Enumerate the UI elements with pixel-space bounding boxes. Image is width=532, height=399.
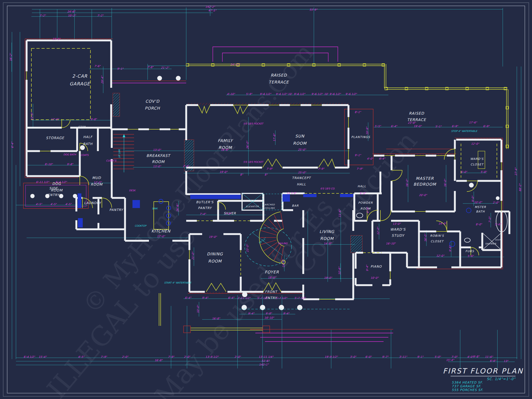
room-label-laundry: LAUNDRY xyxy=(84,201,102,205)
dim-label: 18'-0" xyxy=(268,276,276,279)
dim-label: 16'-0" xyxy=(444,179,447,187)
cabinet xyxy=(132,200,140,208)
note-label: STOP 4" WATERTABLE xyxy=(451,130,477,132)
dim-label: 5'-8" xyxy=(480,171,487,173)
room-label-living-room: LIVING xyxy=(319,229,335,234)
dim-label: 12'-0" xyxy=(94,181,102,184)
dim-label: 3'-11" xyxy=(399,355,407,358)
room-label-foyer: FOYER xyxy=(265,270,279,275)
cabinet xyxy=(303,194,317,197)
column-or-fixture xyxy=(496,196,500,200)
dim-label: 9'-4" xyxy=(202,296,209,299)
stat-garage-sf: 737 GARAGE SF. xyxy=(452,384,481,388)
dim-label: 9'-6 1/2" xyxy=(311,93,323,95)
dim-label: 6'-9" xyxy=(483,125,490,128)
dim-label: 18'-8" xyxy=(221,148,229,151)
dim-label: 6'-4" xyxy=(391,125,397,128)
dim-label: 9'-6 1/2" xyxy=(294,93,306,95)
note-label: COATS xyxy=(81,154,89,156)
room-label-piano: PIANO xyxy=(371,265,382,268)
dim-label: 5'-1" xyxy=(435,125,442,128)
dim-label: 9'-4" xyxy=(366,265,369,271)
room-label-wards-closet: WARD'S xyxy=(470,157,484,161)
dim-label: 9'-7" xyxy=(382,355,389,358)
dim-label: 9'-4" xyxy=(248,312,255,315)
room-label-wards-study: STUDY xyxy=(392,234,405,238)
dim-label: 4'-0" xyxy=(367,157,373,160)
garage-pier xyxy=(113,93,120,117)
room-label-elevator: ELEVATOR xyxy=(246,205,259,208)
dim-label: 7'-4" xyxy=(225,212,232,215)
dim-label: 19'-0" xyxy=(414,125,422,128)
room-label-raised-terrace-right: RAISED xyxy=(409,111,424,115)
stat-porches-sf: 555 PORCHES SF. xyxy=(452,388,483,392)
dim-label: 6'-4" xyxy=(228,296,235,299)
note-label: DOG BATH xyxy=(63,153,76,156)
cabinet xyxy=(78,218,83,227)
dim-label: 17'-0" xyxy=(157,235,165,238)
room-label-kitchen: KITCHEN xyxy=(151,229,171,234)
dim-label: 10'-6" xyxy=(338,267,341,275)
dim-label: 25'-0" xyxy=(298,148,306,151)
dim-label: 47'-5" xyxy=(208,9,217,12)
cabinet xyxy=(282,194,290,202)
dim-label: 8'-0" xyxy=(366,207,369,213)
note-label: UP 18R xyxy=(118,149,121,158)
dim-label: 23'-0" xyxy=(246,244,249,252)
room-label-arched-ceiling: CEILING xyxy=(265,207,275,209)
room-label-shower: SHOWER xyxy=(485,243,496,245)
dim-label: 8'-1" xyxy=(355,111,361,114)
column-or-fixture xyxy=(59,194,63,198)
dim-label: 88'-2" xyxy=(519,183,522,192)
room-label-half-bath: HALF xyxy=(83,135,93,139)
column-or-fixture xyxy=(242,305,247,310)
dim-label: 7'-6" xyxy=(94,65,101,68)
dim-label: 6'-6" xyxy=(490,359,496,362)
room-label-breakfast-room: ROOM xyxy=(152,160,165,164)
dim-label: 6'-4" xyxy=(11,142,14,148)
dim-label: 8" xyxy=(240,173,243,176)
dim-label: 13'-11 1/4" xyxy=(259,355,274,358)
dim-label: 2'-0" xyxy=(183,165,189,168)
dim-label: 2'-0" xyxy=(234,355,241,358)
cabinet xyxy=(340,194,353,197)
room-label-butlers-pantry: PANTRY xyxy=(198,206,212,210)
note-label: 6'0 18'0 CO. xyxy=(320,187,335,190)
dim-label: 10'-0" xyxy=(197,305,200,313)
dim-label: 7'-8" xyxy=(147,66,154,69)
dim-label: 16'-0" xyxy=(424,234,427,242)
dim-label: 4'-5" xyxy=(78,355,85,358)
room-label-storage: STORAGE xyxy=(46,136,65,140)
plan-scale: SC. 1/4"=1'-0" xyxy=(487,377,516,381)
room-label-garage: 2-CAR xyxy=(72,73,87,79)
dim-label: 9'-1" xyxy=(417,355,424,358)
room-label-butlers-pantry: BUTLER'S xyxy=(196,200,214,204)
dim-label: 9'-1" xyxy=(117,67,124,70)
dim-label: 7'-9" xyxy=(168,355,174,358)
room-label-arched-ceiling: ARCHED xyxy=(264,203,275,206)
dim-label: 24'-6" xyxy=(67,10,76,13)
dim-label: 2'-11 1/2" xyxy=(237,297,251,300)
dim-label: 5'-6" xyxy=(467,255,474,257)
column-or-fixture xyxy=(260,305,265,310)
dim-label: 7'-9" xyxy=(101,355,107,358)
room-label-raised-terrace-top: TERRACE xyxy=(269,80,289,85)
note-label: RAILING xyxy=(278,242,288,245)
room-label-bar: BAR xyxy=(292,204,299,207)
column-or-fixture xyxy=(242,292,247,297)
dim-label: 25'-0" xyxy=(298,171,306,174)
dim-label: 4'-5" xyxy=(36,203,42,206)
floor-plan-canvas: © MyHomeFloorPlans.ComILLEGAL to useMay … xyxy=(0,0,532,399)
cabinet xyxy=(190,195,241,199)
room-label-living-room: ROOM xyxy=(320,236,334,241)
dim-label: 10' xyxy=(288,93,292,95)
room-label-trancept-hall: TRANCEPT xyxy=(292,176,311,180)
room-label-hall: HALL xyxy=(358,185,366,188)
room-label-breakfast-room: BREAKFAST xyxy=(146,153,171,158)
dim-label: 142'-1" xyxy=(259,363,269,366)
dim-label: 11'-6" xyxy=(338,209,341,217)
dim-label: 12'-0" xyxy=(436,254,444,257)
dim-label: 14'-8" xyxy=(324,242,332,245)
dim-label: 2'-0" xyxy=(122,355,128,358)
room-label-wards-study: WARD'S xyxy=(390,227,406,231)
